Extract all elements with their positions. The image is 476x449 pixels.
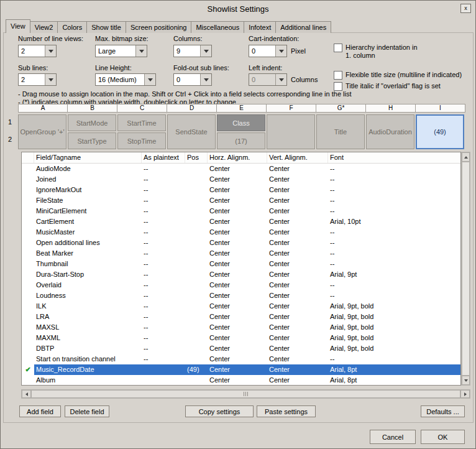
map-column-letter[interactable]: C (117, 104, 167, 113)
field-list-body: AudioMode--CenterCenter--Joined--CenterC… (22, 164, 460, 386)
table-row[interactable]: Overlaid--CenterCenter-- (22, 280, 460, 290)
map-cell[interactable]: OpenGroup '+' (18, 114, 66, 149)
map-column-letter[interactable]: F (267, 104, 316, 113)
chevron-down-icon[interactable] (144, 74, 155, 85)
chevron-down-icon[interactable] (200, 74, 211, 85)
cell-horz: Center (208, 259, 267, 269)
scroll-right-icon[interactable] (460, 390, 470, 398)
chevron-down-icon[interactable] (275, 45, 286, 57)
table-row[interactable]: MAXSL--CenterCenterArial, 9pt, bold (22, 322, 460, 333)
chevron-down-icon[interactable] (135, 45, 147, 57)
map-cell[interactable]: StopTime (117, 132, 166, 149)
table-row[interactable]: MAXML--CenterCenterArial, 9pt, bold (22, 333, 460, 343)
row-gutter (22, 195, 34, 206)
scroll-down-icon[interactable] (462, 376, 470, 385)
table-row[interactable]: Joined--CenterCenter-- (22, 174, 460, 185)
paste-settings-button[interactable]: Paste settings (257, 405, 316, 417)
title-italic-row[interactable]: Title italic if "overlaid" flag is set (334, 82, 441, 91)
flexible-title-checkbox[interactable] (334, 71, 342, 80)
tab-miscellaneous[interactable]: Miscellaneous (191, 21, 244, 33)
table-row[interactable]: DBTP--CenterCenterArial, 9pt, bold (22, 343, 460, 354)
table-row[interactable]: Dura-Start-Stop--CenterCenterArial, 9pt (22, 269, 460, 280)
map-cell[interactable]: SendState (167, 114, 216, 149)
hierarchy-indentation-checkbox[interactable] (334, 44, 342, 52)
copy-settings-button[interactable]: Copy settings (185, 405, 254, 417)
max-bitmap-size-select[interactable]: Large (95, 45, 147, 57)
chevron-down-icon[interactable] (45, 74, 56, 85)
table-row[interactable]: Thumbnail--CenterCenter-- (22, 259, 460, 269)
column-header[interactable]: Field/Tagname (34, 152, 142, 163)
table-row[interactable]: Loudness--CenterCenter-- (22, 290, 460, 301)
tab-view2[interactable]: View2 (30, 21, 58, 33)
line-height-select[interactable]: 16 (Medium) (95, 73, 156, 86)
map-column-letter[interactable]: I (416, 104, 465, 113)
column-header[interactable]: As plaintext (142, 152, 185, 163)
defaults-button[interactable]: Defaults ... (421, 405, 465, 417)
map-cell[interactable]: AudioDuration (366, 114, 414, 149)
table-row[interactable]: ILK--CenterCenterArial, 9pt, bold (22, 301, 460, 312)
table-row[interactable]: LRA--CenterCenterArial, 9pt, bold (22, 312, 460, 322)
table-row[interactable]: AlbumCenterCenterArial, 8pt (22, 375, 460, 386)
tab-additional-lines[interactable]: Additional lines (275, 21, 331, 33)
map-cell[interactable]: StartTime (117, 114, 166, 131)
table-row[interactable]: CartElement--CenterCenterArial, 10pt (22, 216, 460, 227)
map-column-letter[interactable]: B (68, 104, 117, 113)
row-gutter (22, 375, 34, 386)
close-icon[interactable]: x (460, 4, 471, 13)
title-italic-checkbox[interactable] (334, 82, 342, 91)
horizontal-scrollbar[interactable] (21, 389, 470, 399)
flexible-title-row[interactable]: Flexible title size (multiline if indica… (334, 71, 462, 80)
table-row[interactable]: Start on transition channel--CenterCente… (22, 354, 460, 364)
map-cell[interactable]: Class (217, 114, 265, 131)
fold-out-sub-lines-select[interactable]: 0 (173, 73, 212, 86)
table-row[interactable]: IgnoreMarkOut--CenterCenter-- (22, 185, 460, 195)
map-cell[interactable] (267, 114, 315, 149)
cell-name: Joined (34, 174, 142, 185)
column-header[interactable]: Vert. Alignm. (267, 152, 328, 163)
table-row[interactable]: FileState--CenterCenter-- (22, 195, 460, 206)
vertical-scrollbar-thumb[interactable] (462, 162, 470, 376)
horizontal-scrollbar-thumb[interactable] (31, 390, 460, 398)
column-header[interactable]: Font (328, 152, 460, 163)
number-of-line-views-select[interactable]: 2 (18, 45, 57, 57)
tab-view[interactable]: View (6, 19, 30, 33)
tab-screen-positioning[interactable]: Screen positioning (126, 21, 192, 33)
tab-show-title[interactable]: Show title (86, 21, 126, 33)
table-row[interactable]: Open additional lines--CenterCenter-- (22, 238, 460, 248)
scroll-left-icon[interactable] (22, 390, 31, 398)
cell-font: -- (328, 195, 460, 206)
table-row[interactable]: Beat Marker--CenterCenter-- (22, 248, 460, 259)
chevron-down-icon[interactable] (45, 45, 56, 57)
column-header[interactable]: Horz. Alignm. (208, 152, 267, 163)
vertical-scrollbar[interactable] (461, 152, 470, 386)
column-header[interactable]: Pos (185, 152, 208, 163)
map-column-letter[interactable]: D (167, 104, 217, 113)
sub-lines-select[interactable]: 2 (18, 73, 57, 86)
map-cell[interactable]: StartMode (68, 114, 116, 131)
scroll-up-icon[interactable] (462, 152, 470, 162)
map-cell[interactable]: (17) (217, 132, 265, 149)
map-column-letter[interactable]: E (217, 104, 267, 113)
columns-select[interactable]: 9 (173, 45, 212, 57)
map-cell[interactable]: StartType (68, 132, 116, 149)
ok-button[interactable]: OK (421, 430, 465, 444)
map-column-letter[interactable]: H (366, 104, 416, 113)
tab-infotext[interactable]: Infotext (244, 21, 276, 33)
tab-colors[interactable]: Colors (57, 21, 87, 33)
cell-horz: Center (208, 164, 267, 174)
hierarchy-indentation-row[interactable]: Hierarchy indentation in 1. column (334, 44, 458, 60)
map-column-letter[interactable]: A (18, 104, 68, 113)
map-column-letter[interactable]: G* (316, 104, 366, 113)
table-row[interactable]: AudioMode--CenterCenter-- (22, 164, 460, 174)
delete-field-button[interactable]: Delete field (65, 405, 109, 417)
left-indent-label: Left indent: (249, 64, 282, 72)
table-row[interactable]: MusicMaster--CenterCenter-- (22, 227, 460, 238)
map-cell[interactable]: Title (316, 114, 365, 149)
chevron-down-icon[interactable] (200, 45, 211, 57)
table-row[interactable]: MiniCartElement--CenterCenter-- (22, 206, 460, 216)
table-row[interactable]: ✔Music_RecordDate(49)CenterCenterArial, … (22, 364, 460, 375)
map-cell[interactable]: (49) (416, 114, 464, 149)
cancel-button[interactable]: Cancel (370, 430, 416, 444)
cart-indentation-select[interactable]: 0 (249, 45, 287, 57)
add-field-button[interactable]: Add field (19, 405, 61, 417)
